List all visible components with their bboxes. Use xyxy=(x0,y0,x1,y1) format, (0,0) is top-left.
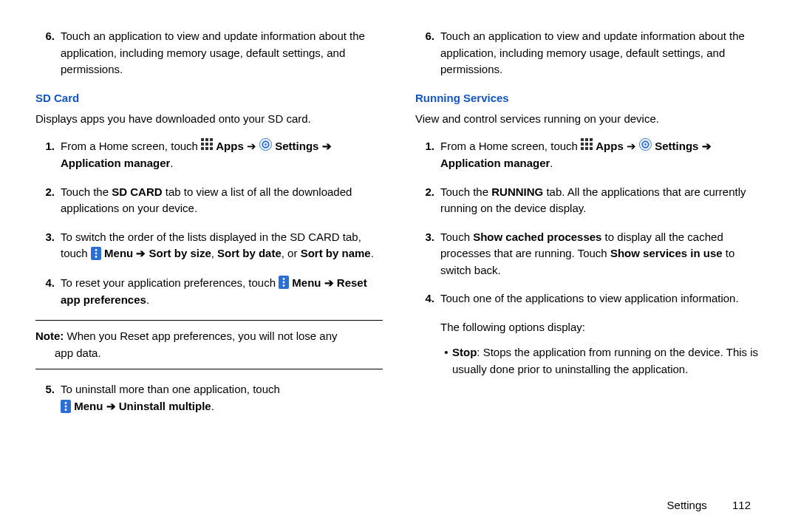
text: , or xyxy=(282,247,301,259)
show-cached-label: Show cached processes xyxy=(473,231,601,243)
section-intro: Displays apps you have downloaded onto y… xyxy=(35,111,383,128)
text: Touch the xyxy=(61,185,112,198)
left-column: 6. Touch an application to view and upda… xyxy=(35,28,383,532)
text: To uninstall more than one application, … xyxy=(61,383,280,395)
list-item: 4. To reset your application preferences… xyxy=(35,275,383,309)
arrow: ➔ xyxy=(624,140,639,152)
text: . xyxy=(550,157,553,169)
menu-dots-icon xyxy=(61,399,71,416)
page-number: 112 xyxy=(732,499,751,511)
apps-label: Apps xyxy=(596,140,624,152)
item-body: Touch an application to view and update … xyxy=(440,28,763,78)
item-body: Touch the RUNNING tab. All the applicati… xyxy=(440,184,763,217)
item-body: To switch the order of the lists display… xyxy=(61,229,383,263)
item-number: 4. xyxy=(35,275,61,309)
settings-gear-icon xyxy=(639,138,652,156)
show-services-label: Show services in use xyxy=(610,247,723,259)
item-body: From a Home screen, touch Apps ➔ Setting… xyxy=(440,138,763,172)
sort-by-size: ➔ Sort by size xyxy=(133,247,211,259)
text: : Stops the application from running on … xyxy=(452,346,758,375)
text: . xyxy=(170,157,173,169)
item-number: 6. xyxy=(35,28,61,78)
apps-grid-icon xyxy=(581,138,593,155)
page-footer: Settings 112 xyxy=(667,499,751,511)
item-number: 2. xyxy=(415,184,440,217)
stop-label: Stop xyxy=(452,346,477,358)
list-item: 3. To switch the order of the lists disp… xyxy=(35,229,383,263)
item-body: From a Home screen, touch Apps ➔ Setting… xyxy=(61,138,383,172)
item-body: Touch an application to view and update … xyxy=(61,28,383,78)
note-block: Note: When you Reset app preferences, yo… xyxy=(35,320,383,369)
menu-label: Menu xyxy=(104,247,133,259)
bullet-item: • Stop: Stops the application from runni… xyxy=(415,344,763,378)
settings-gear-icon xyxy=(259,138,272,156)
item-body: Touch the SD CARD tab to view a list of … xyxy=(61,184,383,217)
menu-dots-icon xyxy=(279,275,289,292)
list-item: 2. Touch the RUNNING tab. All the applic… xyxy=(415,184,763,217)
menu-label: Menu xyxy=(292,276,321,289)
sort-by-date: Sort by date xyxy=(217,247,282,259)
text: From a Home screen, touch xyxy=(440,140,581,152)
item-number: 1. xyxy=(415,138,440,172)
menu-dots-icon xyxy=(91,246,101,263)
item-number: 3. xyxy=(415,229,440,279)
arrow: ➔ xyxy=(244,140,259,152)
uninstall-multiple: ➔ Uninstall multiple xyxy=(103,400,211,412)
section-heading-sd-card: SD Card xyxy=(35,90,383,107)
item-number: 2. xyxy=(35,184,61,217)
text: Touch the xyxy=(440,185,491,198)
settings-label: Settings xyxy=(275,140,318,152)
list-item: 1. From a Home screen, touch Apps ➔ Sett… xyxy=(35,138,383,172)
apps-label: Apps xyxy=(216,140,244,152)
running-tab-label: RUNNING xyxy=(491,185,543,198)
section-intro: View and control services running on you… xyxy=(415,111,763,128)
list-item: 1. From a Home screen, touch Apps ➔ Sett… xyxy=(415,138,763,172)
settings-label: Settings xyxy=(655,140,698,152)
item-number: 1. xyxy=(35,138,61,172)
item-number: 4. xyxy=(415,290,440,307)
right-column: 6. Touch an application to view and upda… xyxy=(415,28,763,532)
list-item: 6. Touch an application to view and upda… xyxy=(415,28,763,78)
text: Touch xyxy=(440,231,473,243)
list-item: 4. Touch one of the applications to view… xyxy=(415,290,763,307)
text: . xyxy=(211,400,214,412)
footer-section: Settings xyxy=(667,499,707,511)
apps-grid-icon xyxy=(201,138,213,155)
text: . xyxy=(146,293,149,306)
text: . xyxy=(371,247,374,259)
item-body: Touch Show cached processes to display a… xyxy=(440,229,763,279)
note-continuation: app data. xyxy=(35,345,383,362)
text: , xyxy=(211,247,217,259)
bullet-body: Stop: Stops the application from running… xyxy=(452,344,763,378)
sd-card-tab-label: SD CARD xyxy=(112,185,162,198)
item-number: 5. xyxy=(35,381,61,415)
section-heading-running-services: Running Services xyxy=(415,90,763,107)
item-body: To uninstall more than one application, … xyxy=(61,381,383,415)
item-body: Touch one of the applications to view ap… xyxy=(440,290,763,307)
item-number: 6. xyxy=(415,28,440,78)
sort-by-name: Sort by name xyxy=(301,247,371,259)
text: To reset your application preferences, t… xyxy=(61,276,279,289)
manual-page: 6. Touch an application to view and upda… xyxy=(0,0,798,532)
list-item: 5. To uninstall more than one applicatio… xyxy=(35,381,383,415)
menu-label: Menu xyxy=(74,400,103,412)
list-item: 2. Touch the SD CARD tab to view a list … xyxy=(35,184,383,217)
note-text: When you Reset app preferences, you will… xyxy=(64,330,337,342)
list-item: 3. Touch Show cached processes to displa… xyxy=(415,229,763,279)
note-label: Note: xyxy=(35,330,64,342)
follow-text: The following options display: xyxy=(415,319,763,336)
bullet-dot: • xyxy=(440,344,452,378)
item-number: 3. xyxy=(35,229,61,263)
item-body: To reset your application preferences, t… xyxy=(61,275,383,309)
text: From a Home screen, touch xyxy=(61,140,201,152)
list-item: 6. Touch an application to view and upda… xyxy=(35,28,383,78)
